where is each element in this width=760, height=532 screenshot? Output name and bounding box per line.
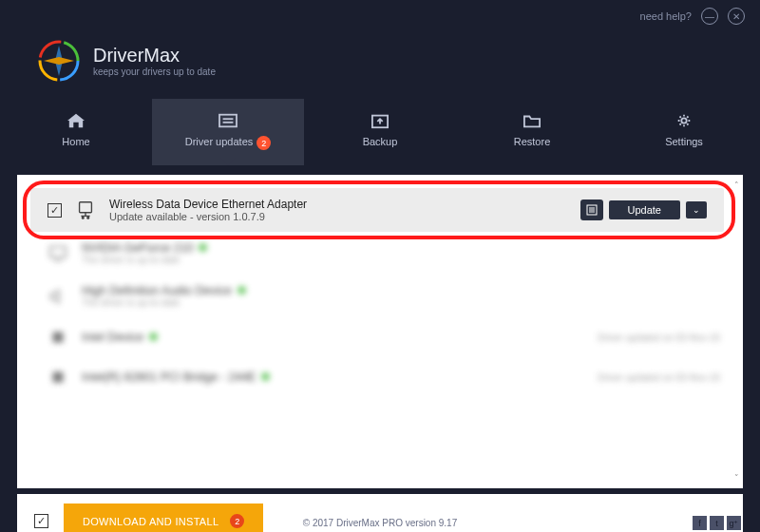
driver-checkbox[interactable] bbox=[48, 203, 62, 218]
network-adapter-icon bbox=[75, 200, 96, 220]
driver-row-blurred: High Definition Audio DeviceThe driver i… bbox=[30, 275, 737, 317]
close-button[interactable]: ✕ bbox=[728, 8, 745, 25]
driver-list-panel: Wireless Data Device Ethernet Adapter Up… bbox=[17, 175, 743, 488]
gear-icon bbox=[674, 112, 694, 129]
monitor-icon bbox=[48, 243, 68, 264]
svg-point-13 bbox=[87, 217, 89, 218]
status-dot-icon bbox=[149, 332, 158, 341]
tab-label: Driver updates bbox=[185, 136, 254, 147]
main-tabs: Home Driver updates2 Backup Restore Sett… bbox=[0, 99, 760, 165]
status-dot-icon bbox=[238, 286, 246, 294]
chip-icon bbox=[48, 367, 68, 388]
app-header: DriverMax keeps your drivers up to date bbox=[0, 32, 760, 99]
tab-restore[interactable]: Restore bbox=[456, 99, 608, 165]
twitter-icon[interactable]: t bbox=[710, 516, 724, 530]
svg-point-8 bbox=[681, 118, 686, 123]
scrollbar[interactable]: ˄ ˅ bbox=[730, 180, 743, 483]
driver-row-blurred: Intel Device Driver updated on 03-Nov-16 bbox=[30, 317, 737, 357]
svg-rect-9 bbox=[80, 202, 92, 213]
minimize-button[interactable]: — bbox=[701, 8, 718, 25]
footer-copyright: © 2017 DriverMax PRO version 9.17 bbox=[0, 518, 760, 528]
scroll-down-icon[interactable]: ˅ bbox=[734, 473, 739, 483]
tab-backup[interactable]: Backup bbox=[304, 99, 456, 165]
app-logo-icon bbox=[38, 40, 80, 82]
help-link[interactable]: need help? bbox=[640, 10, 692, 22]
status-dot-icon bbox=[199, 243, 207, 252]
tab-settings[interactable]: Settings bbox=[608, 99, 760, 165]
window-topbar: need help? — ✕ bbox=[0, 0, 760, 32]
brand-text: DriverMax keeps your drivers up to date bbox=[93, 45, 216, 77]
driver-row-blurred: NVIDIA GeForce 210The driver is up-to-da… bbox=[30, 232, 737, 275]
svg-rect-20 bbox=[53, 332, 64, 343]
scroll-up-icon[interactable]: ˄ bbox=[734, 180, 739, 190]
update-button[interactable]: Update bbox=[609, 200, 680, 219]
tab-label: Backup bbox=[363, 136, 398, 147]
driver-actions: Update ⌄ bbox=[580, 200, 707, 220]
driver-info: Wireless Data Device Ethernet Adapter Up… bbox=[109, 198, 567, 222]
svg-rect-21 bbox=[53, 372, 64, 383]
driver-row-blurred: Intel(R) 82801 PCI Bridge - 244E Driver … bbox=[30, 357, 737, 397]
facebook-icon[interactable]: f bbox=[693, 516, 707, 530]
driver-row-update-available[interactable]: Wireless Data Device Ethernet Adapter Up… bbox=[30, 188, 724, 232]
details-button[interactable] bbox=[580, 200, 603, 220]
social-links: f t g⁺ bbox=[693, 516, 741, 530]
google-plus-icon[interactable]: g⁺ bbox=[727, 516, 741, 530]
svg-rect-4 bbox=[219, 115, 237, 127]
chip-icon bbox=[48, 327, 68, 348]
svg-rect-18 bbox=[50, 246, 66, 256]
home-icon bbox=[66, 112, 86, 129]
status-dot-icon bbox=[261, 372, 270, 381]
driver-status: Update available - version 1.0.7.9 bbox=[109, 211, 567, 222]
details-icon bbox=[586, 204, 598, 216]
list-icon bbox=[218, 112, 238, 129]
audio-icon bbox=[48, 286, 68, 307]
tab-home[interactable]: Home bbox=[0, 99, 152, 165]
tab-label: Home bbox=[62, 136, 89, 147]
tab-label: Restore bbox=[514, 136, 551, 147]
updates-badge: 2 bbox=[256, 136, 271, 150]
folder-icon bbox=[522, 112, 542, 129]
driver-name: Wireless Data Device Ethernet Adapter bbox=[109, 198, 567, 211]
brand-name: DriverMax bbox=[93, 45, 216, 66]
tab-driver-updates[interactable]: Driver updates2 bbox=[152, 99, 304, 165]
backup-icon bbox=[370, 112, 390, 129]
brand-tagline: keeps your drivers up to date bbox=[93, 66, 216, 77]
update-dropdown[interactable]: ⌄ bbox=[686, 201, 707, 218]
svg-point-12 bbox=[82, 217, 84, 218]
tab-label: Settings bbox=[665, 136, 703, 147]
